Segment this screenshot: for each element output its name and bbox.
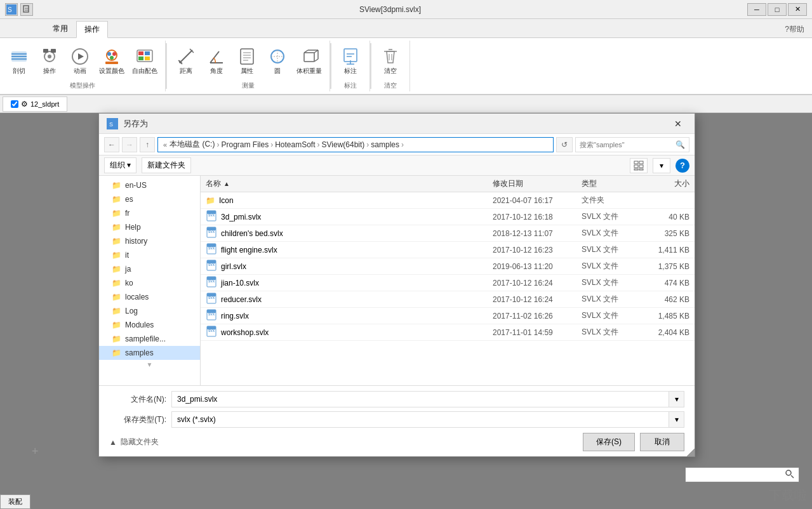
file-list: 名称 ▲ 修改日期 类型 大小 📁 xyxy=(201,176,695,385)
ribbon-item-cut[interactable]: 剖切 xyxy=(5,45,33,77)
svg-rect-40 xyxy=(304,53,314,62)
model-tab-label: 12_sldprt xyxy=(30,100,59,108)
svg-rect-22 xyxy=(145,51,150,55)
maximize-button[interactable]: □ xyxy=(768,3,787,16)
distance-label: 距离 xyxy=(180,67,192,76)
sidebar-item-ja[interactable]: 📁 ja xyxy=(99,262,200,276)
search-box[interactable]: 🔍 xyxy=(575,137,689,152)
svg-rect-21 xyxy=(138,51,143,55)
filename-dropdown-button[interactable]: ▾ xyxy=(669,391,684,407)
breadcrumb-drive[interactable]: 本地磁盘 (C:) xyxy=(170,139,215,150)
file-row-3dpmi[interactable]: SVX 3d_pmi.svlx 2017-10-12 16:18 SVLX 文件… xyxy=(201,209,695,225)
ribbon-items-mark: 标注 xyxy=(336,42,364,80)
svg-line-45 xyxy=(314,59,318,62)
file-row-ring[interactable]: SVX ring.svlx 2017-11-02 16:26 SVLX 文件 1… xyxy=(201,308,695,324)
hide-files-button[interactable]: ▲ 隐藏文件夹 xyxy=(109,437,159,447)
svg-point-16 xyxy=(107,52,111,56)
search-icon: 🔍 xyxy=(676,140,685,149)
svlx-file-icon5: SVX xyxy=(206,276,217,289)
svg-rect-19 xyxy=(105,62,118,64)
resize-handle[interactable] xyxy=(687,449,695,456)
window-controls[interactable]: ─ □ ✕ xyxy=(747,3,807,16)
mark-label: 标注 xyxy=(344,67,357,76)
ribbon-item-freecolor[interactable]: 自由配色 xyxy=(130,45,160,77)
sidebar-item-en-us[interactable]: 📁 en-US xyxy=(99,178,200,192)
svlx-file-icon7: SVX xyxy=(206,309,217,322)
sidebar-item-history[interactable]: 📁 history xyxy=(99,234,200,248)
column-type-header[interactable]: 类型 xyxy=(582,178,639,189)
close-button[interactable]: ✕ xyxy=(788,3,807,16)
column-size-header[interactable]: 大小 xyxy=(639,178,689,189)
back-button[interactable]: ← xyxy=(104,137,119,152)
sidebar-item-fr[interactable]: 📁 fr xyxy=(99,206,200,220)
sidebar-item-ko[interactable]: 📁 ko xyxy=(99,276,200,290)
ribbon-group-measure-label: 测量 xyxy=(242,81,255,90)
sidebar-item-modules[interactable]: 📁 Modules xyxy=(99,318,200,332)
file-row-girl[interactable]: SVX girl.svlx 2019-06-13 11:20 SVLX 文件 1… xyxy=(201,258,695,275)
ribbon-item-clear[interactable]: 清空 xyxy=(376,45,404,77)
title-bar: S SView[3dpmi.svlx] ─ □ ✕ xyxy=(0,0,812,19)
up-button[interactable]: ↑ xyxy=(140,137,155,152)
assembly-tab[interactable]: 装配 xyxy=(0,494,30,509)
new-folder-button[interactable]: 新建文件夹 xyxy=(142,157,191,173)
sidebar-item-es[interactable]: 📁 es xyxy=(99,192,200,206)
view-dropdown-button[interactable]: ▾ xyxy=(653,158,670,173)
address-path[interactable]: « 本地磁盘 (C:) › Program Files › HoteamSoft… xyxy=(157,137,554,152)
ribbon-item-ops[interactable]: 操作 xyxy=(36,45,63,77)
tab-common[interactable]: 常用 xyxy=(44,20,76,37)
breadcrumb-samples[interactable]: samples xyxy=(371,140,399,149)
ribbon-item-angle[interactable]: 角度 xyxy=(203,45,230,77)
tab-operation[interactable]: 操作 xyxy=(76,21,108,38)
workspace-search-input[interactable] xyxy=(689,471,785,479)
ribbon-item-circle[interactable]: 圆 xyxy=(263,45,291,77)
search-input[interactable] xyxy=(580,141,673,149)
circle-icon xyxy=(267,46,288,67)
cancel-button[interactable]: 取消 xyxy=(640,433,684,451)
ribbon-item-property[interactable]: 属性 xyxy=(233,45,261,77)
column-name-header[interactable]: 名称 ▲ xyxy=(206,178,493,189)
ribbon: 剖切 操作 xyxy=(0,38,812,95)
ribbon-item-volume[interactable]: 体积重量 xyxy=(294,45,324,77)
svlx-file-icon2: SVX xyxy=(206,227,217,240)
svg-rect-2 xyxy=(23,6,29,12)
minimize-button[interactable]: ─ xyxy=(747,3,766,16)
model-tab[interactable]: ⚙ 12_sldprt xyxy=(3,96,67,112)
breadcrumb-hoteamsoft[interactable]: HoteamSoft xyxy=(275,140,315,149)
model-tab-checkbox[interactable] xyxy=(11,100,18,108)
sidebar-item-locales[interactable]: 📁 locales xyxy=(99,290,200,304)
save-button[interactable]: 保存(S) xyxy=(583,433,635,451)
folder-icon: 📁 xyxy=(112,223,121,232)
file-row-jian10[interactable]: SVX jian-10.svlx 2017-10-12 16:24 SVLX 文… xyxy=(201,275,695,291)
help-button[interactable]: ?帮助 xyxy=(777,22,812,37)
sidebar-item-log[interactable]: 📁 Log xyxy=(99,304,200,318)
sidebar-item-help[interactable]: 📁 Help xyxy=(99,220,200,234)
forward-button[interactable]: → xyxy=(122,137,137,152)
dialog-close-button[interactable]: ✕ xyxy=(669,117,687,131)
sidebar-item-samplefiles[interactable]: 📁 samplefile... xyxy=(99,332,200,346)
filename-input[interactable] xyxy=(171,391,669,407)
file-row-icon[interactable]: 📁 Icon 2021-04-07 16:17 文件夹 xyxy=(201,192,695,209)
ribbon-item-color[interactable]: 设置颜色 xyxy=(97,45,127,77)
svg-text:SVX: SVX xyxy=(208,246,215,250)
breadcrumb-sview[interactable]: SView(64bit) xyxy=(322,140,365,149)
view-toggle-button[interactable] xyxy=(630,158,648,173)
svg-rect-60 xyxy=(639,165,643,168)
column-date-header[interactable]: 修改日期 xyxy=(493,178,582,189)
breadcrumb-programfiles[interactable]: Program Files xyxy=(221,140,269,149)
sidebar-item-it[interactable]: 📁 it xyxy=(99,248,200,262)
ribbon-item-mark[interactable]: 标注 xyxy=(336,45,364,77)
file-row-childrens-bed[interactable]: SVX children's bed.svlx 2018-12-13 11:07… xyxy=(201,225,695,242)
file-row-workshop[interactable]: SVX workshop.svlx 2017-11-01 14:59 SVLX … xyxy=(201,324,695,341)
svg-rect-32 xyxy=(241,49,253,64)
file-row-flight-engine[interactable]: SVX flight engine.svlx 2017-10-12 16:23 … xyxy=(201,242,695,258)
filetype-dropdown-button[interactable]: ▾ xyxy=(669,411,684,428)
ribbon-item-distance[interactable]: 距离 xyxy=(172,45,200,77)
organize-button[interactable]: 组织 ▾ xyxy=(104,157,136,173)
ribbon-item-animate[interactable]: 动画 xyxy=(66,45,94,77)
dialog-help-button[interactable]: ? xyxy=(676,159,689,173)
cut-label: 剖切 xyxy=(13,67,25,76)
refresh-button[interactable]: ↺ xyxy=(556,137,573,152)
file-row-reducer[interactable]: SVX reducer.svlx 2017-10-12 16:24 SVLX 文… xyxy=(201,291,695,308)
sidebar-item-samples[interactable]: 📁 samples xyxy=(99,346,200,360)
folder-icon: 📁 xyxy=(112,181,121,190)
